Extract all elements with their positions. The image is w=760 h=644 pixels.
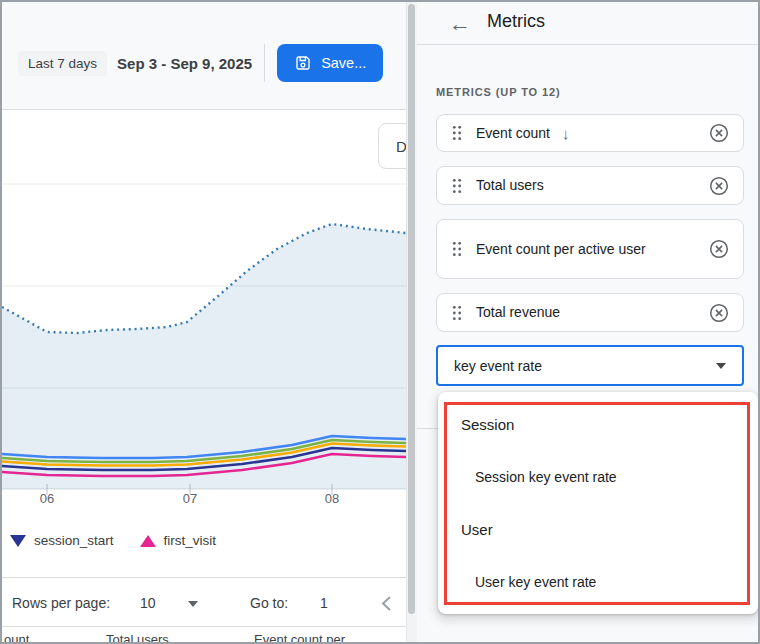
metrics-panel-header: ← Metrics: [417, 2, 758, 45]
metric-card-total-users[interactable]: Total users: [436, 166, 744, 205]
metric-card-event-count-per-active-user[interactable]: Event count per active user: [436, 219, 744, 279]
metric-label: Total users: [476, 176, 544, 195]
granularity-label-partial: D: [396, 138, 406, 155]
x-axis-labels: 06 07 08: [2, 491, 406, 509]
previous-page-icon[interactable]: [378, 593, 398, 613]
drag-handle-icon[interactable]: [452, 178, 462, 194]
remove-metric-icon[interactable]: [709, 303, 729, 323]
legend-marker: [10, 535, 26, 547]
sort-descending-icon: ↓: [562, 125, 570, 142]
menu-group-header-user: User: [461, 521, 493, 538]
rows-per-page-value[interactable]: 10: [140, 595, 156, 611]
remove-metric-icon[interactable]: [709, 176, 729, 196]
add-metric-select[interactable]: key event rate: [436, 345, 744, 386]
drag-handle-icon[interactable]: [452, 241, 462, 257]
report-toolbar: Last 7 days Sep 3 - Sep 9, 2025 Save...: [2, 2, 406, 110]
drag-handle-icon[interactable]: [452, 305, 462, 321]
metrics-section-label: METRICS (UP TO 12): [436, 86, 561, 98]
rows-per-page-label: Rows per page:: [12, 595, 110, 611]
legend-label: first_visit: [164, 533, 217, 548]
date-range-text[interactable]: Sep 3 - Sep 9, 2025: [117, 55, 252, 72]
save-icon: [294, 54, 312, 72]
scrollbar-thumb[interactable]: [408, 4, 415, 614]
chart-legend: session_start first_visit: [10, 533, 216, 548]
legend-item-first-visit[interactable]: first_visit: [140, 533, 217, 548]
goto-page-value[interactable]: 1: [320, 595, 328, 611]
panel-title: Metrics: [487, 11, 545, 32]
toolbar-divider: [264, 44, 265, 82]
red-highlight-annotation: Session Session key event rate User User…: [444, 402, 750, 605]
x-tick-label: 08: [319, 491, 345, 506]
menu-group-header-session: Session: [461, 416, 514, 433]
goto-label: Go to:: [250, 595, 288, 611]
legend-item-session-start[interactable]: session_start: [10, 533, 114, 548]
x-tick-label: 06: [34, 491, 60, 506]
metric-label: Event count: [476, 124, 550, 143]
add-metric-select-value: key event rate: [454, 358, 542, 374]
x-tick-label: 07: [177, 491, 203, 506]
date-range-chip[interactable]: Last 7 days: [18, 51, 107, 76]
rows-per-page-caret-icon[interactable]: [188, 601, 198, 607]
back-arrow-icon[interactable]: ←: [443, 9, 477, 39]
app-window: Last 7 days Sep 3 - Sep 9, 2025 Save...: [0, 0, 760, 644]
menu-item-session-key-event-rate[interactable]: Session key event rate: [475, 469, 617, 485]
chevron-down-icon: [716, 363, 726, 369]
menu-item-user-key-event-rate[interactable]: User key event rate: [475, 574, 596, 590]
metric-card-event-count[interactable]: Event count ↓: [436, 114, 744, 152]
granularity-dropdown[interactable]: D: [378, 123, 406, 169]
save-button-label: Save...: [321, 55, 366, 71]
table-pagination: Rows per page: 10 Go to: 1: [2, 577, 406, 627]
toolbar-row: Last 7 days Sep 3 - Sep 9, 2025 Save...: [18, 44, 383, 82]
trend-chart: [2, 110, 406, 496]
remove-metric-icon[interactable]: [709, 239, 729, 259]
table-header-fragment: Event count per: [254, 632, 345, 642]
legend-marker: [140, 535, 156, 547]
metrics-panel: ← Metrics METRICS (UP TO 12) Event count…: [417, 2, 758, 642]
legend-label: session_start: [34, 533, 114, 548]
metric-card-total-revenue[interactable]: Total revenue: [436, 293, 744, 332]
drag-handle-icon[interactable]: [452, 125, 462, 141]
metric-label: Total revenue: [476, 303, 560, 322]
table-header-fragment: ount: [4, 632, 29, 642]
report-content: Last 7 days Sep 3 - Sep 9, 2025 Save...: [2, 2, 406, 642]
table-header-fragment: Total users: [106, 632, 169, 642]
save-button[interactable]: Save...: [277, 44, 383, 82]
metric-options-menu: Session Session key event rate User User…: [438, 392, 758, 614]
remove-metric-icon[interactable]: [709, 123, 729, 143]
metric-label: Event count per active user: [476, 240, 646, 259]
